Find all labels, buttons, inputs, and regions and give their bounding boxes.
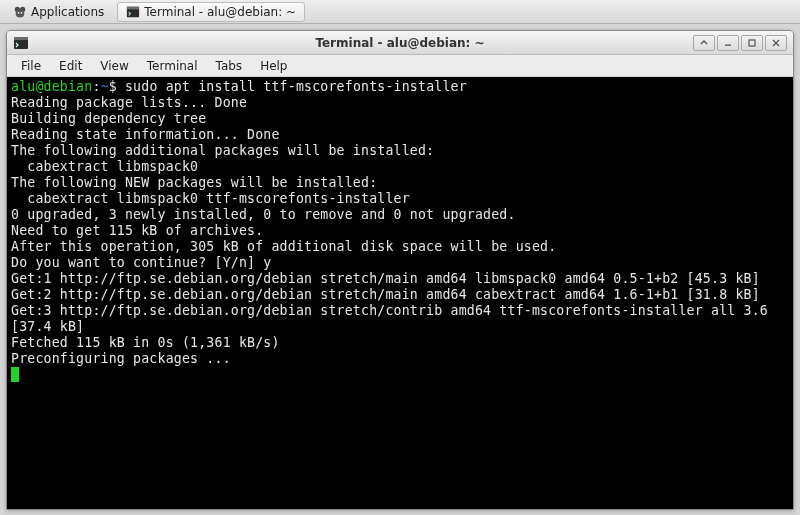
terminal-line: Need to get 115 kB of archives.: [11, 223, 789, 239]
svg-rect-8: [14, 37, 28, 40]
xfce-mouse-icon: [13, 5, 27, 19]
terminal-line: The following additional packages will b…: [11, 143, 789, 159]
applications-menu-label: Applications: [31, 5, 104, 19]
prompt-dollar: $: [109, 79, 125, 94]
window-controls: [691, 35, 787, 51]
titlebar[interactable]: Terminal - alu@debian: ~: [7, 31, 793, 55]
close-button[interactable]: [765, 35, 787, 51]
terminal-icon: [13, 35, 29, 51]
terminal-line: Fetched 115 kB in 0s (1,361 kB/s): [11, 335, 789, 351]
window-title: Terminal - alu@debian: ~: [7, 36, 793, 50]
menu-help[interactable]: Help: [252, 57, 295, 75]
terminal-line: After this operation, 305 kB of addition…: [11, 239, 789, 255]
svg-point-4: [21, 12, 23, 14]
terminal-line: Get:2 http://ftp.se.debian.org/debian st…: [11, 287, 789, 303]
svg-rect-6: [127, 6, 139, 9]
shade-button[interactable]: [693, 35, 715, 51]
terminal-line: cabextract libmspack0: [11, 159, 789, 175]
terminal-output[interactable]: alu@debian:~$ sudo apt install ttf-mscor…: [7, 77, 793, 509]
prompt-userhost: alu@debian: [11, 79, 92, 94]
menu-file[interactable]: File: [13, 57, 49, 75]
svg-rect-10: [749, 40, 755, 46]
menu-terminal[interactable]: Terminal: [139, 57, 206, 75]
terminal-line: cabextract libmspack0 ttf-mscorefonts-in…: [11, 191, 789, 207]
terminal-line: 0 upgraded, 3 newly installed, 0 to remo…: [11, 207, 789, 223]
terminal-line: Do you want to continue? [Y/n] y: [11, 255, 789, 271]
terminal-line: Building dependency tree: [11, 111, 789, 127]
terminal-icon: [126, 5, 140, 19]
terminal-line: Get:1 http://ftp.se.debian.org/debian st…: [11, 271, 789, 287]
terminal-line: Get:3 http://ftp.se.debian.org/debian st…: [11, 303, 789, 335]
terminal-line: Preconfiguring packages ...: [11, 351, 789, 367]
svg-point-2: [16, 10, 25, 17]
prompt-sep: :: [92, 79, 100, 94]
taskbar-task-terminal[interactable]: Terminal - alu@debian: ~: [117, 2, 305, 22]
menu-edit[interactable]: Edit: [51, 57, 90, 75]
terminal-line: Reading package lists... Done: [11, 95, 789, 111]
cursor-block: [11, 367, 19, 382]
terminal-line: Reading state information... Done: [11, 127, 789, 143]
prompt-path: ~: [101, 79, 109, 94]
menubar: File Edit View Terminal Tabs Help: [7, 55, 793, 77]
maximize-button[interactable]: [741, 35, 763, 51]
taskbar: Applications Terminal - alu@debian: ~: [0, 0, 800, 24]
terminal-window: Terminal - alu@debian: ~ File Edit View …: [6, 30, 794, 510]
command-text: sudo apt install ttf-mscorefonts-install…: [125, 79, 467, 94]
svg-rect-9: [725, 44, 731, 45]
minimize-button[interactable]: [717, 35, 739, 51]
terminal-line: The following NEW packages will be insta…: [11, 175, 789, 191]
menu-view[interactable]: View: [92, 57, 136, 75]
taskbar-task-label: Terminal - alu@debian: ~: [144, 5, 296, 19]
applications-menu-button[interactable]: Applications: [4, 2, 113, 22]
svg-point-3: [18, 12, 20, 14]
menu-tabs[interactable]: Tabs: [208, 57, 251, 75]
